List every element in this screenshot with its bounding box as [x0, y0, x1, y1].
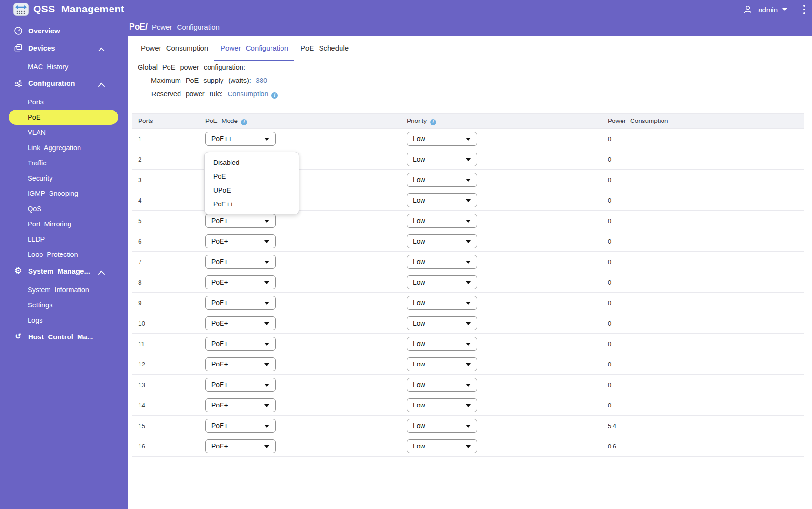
table-row: 1PoE++Low0 [132, 128, 804, 149]
chevron-up-icon[interactable] [98, 268, 105, 273]
sidebar-item-security[interactable]: Security [9, 171, 118, 186]
poe-mode-info-icon[interactable]: i [241, 119, 247, 125]
sidebar-item-loop-protection[interactable]: Loop Protection [9, 247, 118, 262]
dropdown-option-disabled[interactable]: Disabled [205, 156, 299, 170]
dropdown-option-poe[interactable]: PoE++ [205, 197, 299, 211]
caret-down-icon [264, 240, 269, 243]
dropdown-option-poe[interactable]: PoE [205, 170, 299, 183]
select-value: Low [413, 132, 425, 145]
sidebar-item-label: MAC History [28, 63, 68, 71]
reserved-power-rule-value[interactable]: Consumption [228, 90, 268, 98]
priority-select[interactable]: Low [407, 316, 477, 330]
priority-select[interactable]: Low [407, 337, 477, 351]
chevron-up-icon[interactable] [98, 81, 105, 85]
poe-mode-select[interactable]: PoE+ [205, 214, 276, 228]
priority-select[interactable]: Low [407, 153, 477, 166]
table-row: 11PoE+Low0 [132, 333, 804, 354]
sidebar-item-label: PoE [28, 113, 40, 121]
priority-select[interactable]: Low [407, 193, 477, 207]
priority-select[interactable]: Low [407, 255, 477, 269]
poe-mode-select[interactable]: PoE+ [205, 398, 276, 412]
sidebar-item-settings[interactable]: Settings [9, 297, 118, 313]
poe-mode-select[interactable]: PoE+ [205, 234, 276, 248]
poe-mode-select[interactable]: PoE+ [205, 316, 276, 330]
select-value: Low [413, 358, 425, 371]
priority-select[interactable]: Low [407, 378, 477, 392]
user-menu[interactable]: admin [758, 6, 778, 14]
sidebar-item-overview[interactable]: Overview [0, 22, 128, 39]
sidebar-item-port-mirroring[interactable]: Port Mirroring [9, 216, 118, 232]
select-value: Low [413, 153, 425, 166]
sidebar-item-system-information[interactable]: System Information [9, 282, 118, 297]
priority-select[interactable]: Low [407, 296, 477, 310]
port-number: 14 [138, 395, 145, 416]
priority-select[interactable]: Low [407, 419, 477, 433]
caret-down-icon [466, 425, 471, 428]
caret-down-icon [264, 384, 269, 387]
caret-down-icon [466, 220, 471, 223]
priority-select[interactable]: Low [407, 439, 477, 453]
sidebar-item-igmp-snooping[interactable]: IGMP Snooping [9, 186, 118, 201]
poe-mode-select[interactable]: PoE+ [205, 439, 276, 453]
poe-mode-select[interactable]: PoE+ [205, 255, 276, 269]
priority-select[interactable]: Low [407, 173, 477, 187]
sidebar-item-devices[interactable]: Devices [0, 39, 128, 56]
sidebar-item-logs[interactable]: Logs [9, 313, 118, 328]
sidebar-item-lldp[interactable]: LLDP [9, 232, 118, 247]
table-row: 8PoE+Low0 [132, 272, 804, 292]
select-value: PoE+ [211, 419, 228, 432]
tab-poe-schedule[interactable]: PoE Schedule [294, 36, 355, 61]
poe-mode-select[interactable]: PoE+ [205, 357, 276, 371]
dropdown-option-upoe[interactable]: UPoE [205, 183, 299, 197]
poe-mode-select[interactable]: PoE+ [205, 296, 276, 310]
poe-mode-select[interactable]: PoE++ [205, 132, 276, 146]
select-value: Low [413, 440, 425, 453]
sidebar-item-system-manage[interactable]: ⚙System Manage... [0, 262, 128, 279]
sidebar-item-mac-history[interactable]: MAC History [9, 59, 118, 74]
table-row: 7PoE+Low0 [132, 251, 804, 272]
chevron-up-icon[interactable] [98, 45, 105, 50]
priority-select[interactable]: Low [407, 214, 477, 228]
select-value: PoE+ [211, 399, 228, 412]
sidebar-item-link-aggregation[interactable]: Link Aggregation [9, 140, 118, 155]
sidebar-item-ports[interactable]: Ports [9, 94, 118, 110]
caret-down-icon [466, 199, 471, 202]
priority-select[interactable]: Low [407, 398, 477, 412]
sidebar-item-poe[interactable]: PoE [9, 110, 118, 125]
sidebar-item-host-control-ma[interactable]: ↺Host Control Ma... [0, 328, 128, 345]
port-number: 6 [138, 231, 142, 252]
select-value: PoE+ [211, 358, 228, 371]
kebab-menu-icon[interactable] [803, 5, 805, 14]
sidebar-item-configuration[interactable]: Configuration [0, 74, 128, 92]
max-poe-supply-value: 380 [256, 77, 267, 84]
sidebar-item-traffic[interactable]: Traffic [9, 155, 118, 171]
sidebar-item-vlan[interactable]: VLAN [9, 125, 118, 140]
priority-select[interactable]: Low [407, 132, 477, 146]
caret-down-icon [264, 363, 269, 366]
sidebar-item-label: Ports [28, 98, 44, 106]
power-consumption-value: 0 [608, 334, 611, 354]
tab-power-consumption[interactable]: Power Consumption [135, 36, 214, 61]
priority-info-icon[interactable]: i [430, 119, 436, 125]
tab-bar: Power ConsumptionPower ConfigurationPoE … [128, 36, 812, 61]
caret-down-icon [264, 322, 269, 325]
user-caret-down-icon[interactable] [782, 8, 787, 11]
sidebar-nav: OverviewDevicesMAC HistoryConfigurationP… [0, 19, 128, 509]
power-consumption-value: 0 [608, 211, 611, 231]
table-row: 15PoE+Low5.4 [132, 415, 804, 436]
app-logo-icon [13, 3, 29, 16]
poe-mode-select[interactable]: PoE+ [205, 275, 276, 289]
priority-select[interactable]: Low [407, 234, 477, 248]
sidebar-item-label: Logs [28, 316, 42, 324]
sidebar-item-qos[interactable]: QoS [9, 201, 118, 216]
tab-power-configuration[interactable]: Power Configuration [214, 36, 294, 61]
poe-mode-select[interactable]: PoE+ [205, 337, 276, 351]
power-consumption-value: 0 [608, 129, 611, 149]
poe-mode-select[interactable]: PoE+ [205, 419, 276, 433]
priority-select[interactable]: Low [407, 275, 477, 289]
select-value: Low [413, 419, 425, 432]
priority-select[interactable]: Low [407, 357, 477, 371]
power-consumption-value: 0 [608, 313, 611, 334]
reserved-rule-info-icon[interactable]: i [271, 92, 278, 99]
poe-mode-select[interactable]: PoE+ [205, 378, 276, 392]
